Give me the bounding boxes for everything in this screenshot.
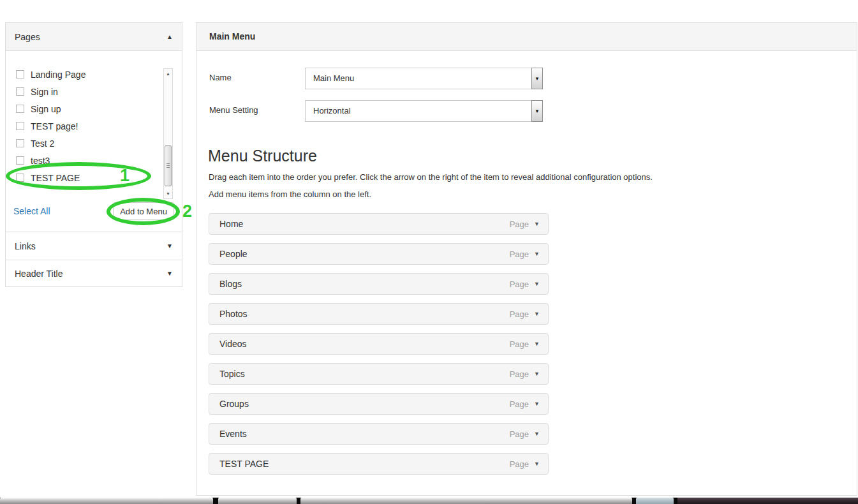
menu-item-meta: Page ▼ [510,279,540,289]
page-checkbox[interactable] [16,122,24,130]
page-checkbox-row[interactable]: Landing Page [16,66,85,83]
page-label: TEST PAGE [31,173,80,183]
menu-item-caret-icon[interactable]: ▼ [534,281,540,287]
menu-item-caret-icon[interactable]: ▼ [534,371,540,377]
menu-editor-panel: Main Menu Name Main Menu ▼ Menu Setting … [196,22,857,496]
background-window-edge[interactable] [636,498,674,504]
select-all-link[interactable]: Select All [13,206,50,216]
accordion-section-header[interactable]: Links ▼ [6,232,182,260]
page-label: TEST page! [31,121,78,131]
scroll-down-icon[interactable]: ▼ [164,189,172,198]
menu-editor-title: Main Menu [209,31,255,41]
menu-item-bar[interactable]: Events Page ▼ [209,423,549,445]
background-window-edge[interactable] [300,498,632,504]
page-checkbox-row[interactable]: Test 2 [16,135,85,152]
background-window-edge[interactable] [218,498,297,504]
menu-item-caret-icon[interactable]: ▼ [534,341,540,347]
page-label: test3 [31,156,50,166]
pages-list-scrollbar[interactable]: ▲ ▼ [163,68,173,199]
menu-item-caret-icon[interactable]: ▼ [534,401,540,407]
add-to-menu-button[interactable]: Add to Menu [113,202,174,220]
menu-item-bar[interactable]: Home Page ▼ [209,213,549,235]
menu-item-caret-icon[interactable]: ▼ [534,251,540,257]
menu-item-label: Blogs [219,279,242,289]
menu-setting-select[interactable]: Horizontal ▼ [305,100,543,122]
menu-item-type: Page [510,429,529,439]
menu-item-label: People [219,249,248,259]
menu-item-type: Page [510,249,529,259]
menu-item-meta: Page ▼ [510,249,540,259]
accordion-section-title: Header Title [15,269,63,279]
menu-item-type: Page [510,399,529,409]
menu-item-meta: Page ▼ [510,399,540,409]
scrollbar-thumb[interactable] [165,145,172,186]
menu-structure-heading: Menu Structure [208,147,317,165]
page-checkbox[interactable] [16,156,24,165]
menu-item-meta: Page ▼ [510,339,540,349]
expand-arrow-icon: ▼ [166,242,173,249]
menu-item-label: Events [219,429,247,439]
menu-item-bar[interactable]: Blogs Page ▼ [209,273,549,295]
menu-item-meta: Page ▼ [510,459,540,469]
menu-item-label: Topics [219,369,245,379]
menu-item-bar[interactable]: Photos Page ▼ [209,303,549,325]
menu-editor-header: Main Menu [196,23,857,51]
background-window-edge[interactable] [677,498,858,504]
pages-checkbox-list: Landing Page Sign in Sign up TEST page! … [16,66,85,186]
pages-accordion-header[interactable]: Pages ▲ [6,23,182,51]
page-checkbox[interactable] [16,174,24,182]
page-label: Test 2 [31,138,54,149]
menu-item-caret-icon[interactable]: ▼ [534,461,540,467]
menu-item-type: Page [510,309,529,319]
accordion-section-title: Links [15,241,36,251]
collapsed-accordions: Links ▼ Header Title ▼ [6,232,182,286]
menu-item-caret-icon[interactable]: ▼ [534,221,540,227]
menu-item-caret-icon[interactable]: ▼ [534,431,540,437]
menu-item-type: Page [510,339,529,349]
menu-item-label: TEST PAGE [219,459,269,469]
menu-item-bar[interactable]: Groups Page ▼ [209,393,549,415]
page-checkbox-row[interactable]: TEST page! [16,117,85,135]
menu-name-select[interactable]: Main Menu ▼ [305,68,543,89]
collapse-arrow-icon: ▲ [166,33,173,40]
menu-item-label: Home [219,219,243,229]
scroll-up-icon[interactable]: ▲ [164,69,172,78]
menu-item-meta: Page ▼ [510,429,540,439]
page-checkbox-row[interactable]: Sign in [16,83,85,100]
menu-item-bar[interactable]: TEST PAGE Page ▼ [209,453,549,475]
name-label: Name [209,73,232,82]
menu-item-bar[interactable]: People Page ▼ [209,243,549,265]
menu-item-type: Page [510,279,529,289]
page-checkbox[interactable] [16,139,24,147]
menu-setting-value: Horizontal [313,101,351,121]
page-checkbox[interactable] [16,105,24,113]
page-checkbox-row[interactable]: TEST PAGE [16,169,85,186]
background-windows-strip [0,498,858,504]
page-checkbox[interactable] [16,70,24,78]
menu-name-value: Main Menu [313,68,354,89]
menu-item-bar[interactable]: Topics Page ▼ [209,363,549,385]
menu-item-meta: Page ▼ [510,309,540,319]
menu-item-meta: Page ▼ [510,369,540,379]
menu-item-label: Videos [219,339,247,349]
page-checkbox-row[interactable]: Sign up [16,100,85,117]
dropdown-arrow-icon[interactable]: ▼ [531,100,543,122]
menu-item-type: Page [510,219,529,229]
page-checkbox-row[interactable]: test3 [16,152,85,169]
menu-editor-body: Name Main Menu ▼ Menu Setting Horizontal… [196,51,857,495]
menu-structure-instruction-2: Add menu items from the column on the le… [209,189,371,199]
widgets-sidebar: Pages ▲ Landing Page Sign in Sign up TES… [5,22,182,287]
accordion-section-header[interactable]: Header Title ▼ [6,260,182,286]
expand-arrow-icon: ▼ [166,270,173,277]
dropdown-arrow-icon[interactable]: ▼ [531,68,543,89]
step2-number: 2 [182,202,192,221]
menu-item-meta: Page ▼ [510,219,540,229]
page-label: Landing Page [31,70,85,80]
background-window-edge[interactable] [0,498,213,504]
menu-item-bar[interactable]: Videos Page ▼ [209,333,549,355]
menu-item-label: Photos [219,309,248,319]
page-checkbox[interactable] [16,87,24,96]
menu-item-caret-icon[interactable]: ▼ [534,311,540,317]
page-label: Sign in [31,87,58,97]
menu-item-type: Page [510,459,529,469]
